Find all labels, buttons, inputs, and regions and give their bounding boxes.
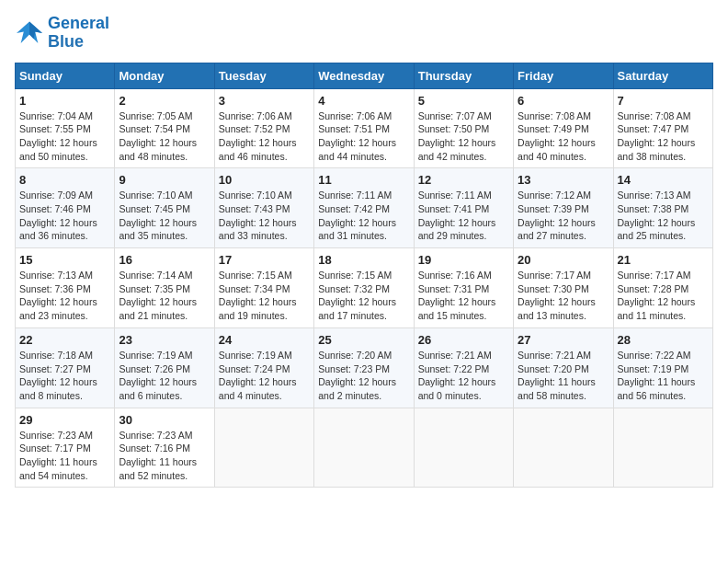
day-number: 1 bbox=[19, 94, 110, 108]
table-row: 5 Sunrise: 7:07 AMSunset: 7:50 PMDayligh… bbox=[414, 88, 513, 168]
day-info: Sunrise: 7:17 AMSunset: 7:30 PMDaylight:… bbox=[518, 270, 596, 321]
table-row: 10 Sunrise: 7:10 AMSunset: 7:43 PMDaylig… bbox=[214, 168, 313, 248]
day-info: Sunrise: 7:10 AMSunset: 7:45 PMDaylight:… bbox=[119, 190, 197, 241]
day-info: Sunrise: 7:14 AMSunset: 7:35 PMDaylight:… bbox=[119, 270, 197, 321]
day-number: 10 bbox=[219, 173, 310, 187]
day-number: 26 bbox=[418, 333, 509, 347]
day-info: Sunrise: 7:09 AMSunset: 7:46 PMDaylight:… bbox=[19, 190, 97, 241]
logo-icon bbox=[15, 20, 44, 46]
day-number: 17 bbox=[219, 253, 310, 267]
day-number: 27 bbox=[518, 333, 609, 347]
table-row: 12 Sunrise: 7:11 AMSunset: 7:41 PMDaylig… bbox=[414, 168, 513, 248]
table-row: 4 Sunrise: 7:06 AMSunset: 7:51 PMDayligh… bbox=[314, 88, 414, 168]
day-info: Sunrise: 7:06 AMSunset: 7:51 PMDaylight:… bbox=[318, 110, 396, 162]
day-number: 22 bbox=[19, 333, 110, 347]
col-tuesday: Tuesday bbox=[214, 63, 313, 88]
table-row: 9 Sunrise: 7:10 AMSunset: 7:45 PMDayligh… bbox=[115, 168, 214, 248]
calendar-body: 1 Sunrise: 7:04 AMSunset: 7:55 PMDayligh… bbox=[16, 88, 713, 488]
day-info: Sunrise: 7:16 AMSunset: 7:31 PMDaylight:… bbox=[418, 270, 496, 321]
day-number: 6 bbox=[518, 94, 609, 108]
col-saturday: Saturday bbox=[613, 63, 712, 88]
table-row: 26 Sunrise: 7:21 AMSunset: 7:22 PMDaylig… bbox=[414, 327, 513, 408]
day-number: 14 bbox=[618, 173, 709, 187]
table-row: 8 Sunrise: 7:09 AMSunset: 7:46 PMDayligh… bbox=[16, 168, 115, 248]
day-number: 20 bbox=[518, 253, 609, 267]
col-thursday: Thursday bbox=[414, 63, 513, 88]
day-info: Sunrise: 7:15 AMSunset: 7:34 PMDaylight:… bbox=[219, 270, 297, 321]
logo: General Blue bbox=[15, 15, 109, 52]
table-row: 30 Sunrise: 7:23 AMSunset: 7:16 PMDaylig… bbox=[115, 408, 214, 488]
day-info: Sunrise: 7:10 AMSunset: 7:43 PMDaylight:… bbox=[219, 190, 297, 241]
day-info: Sunrise: 7:08 AMSunset: 7:47 PMDaylight:… bbox=[618, 110, 696, 162]
table-row: 2 Sunrise: 7:05 AMSunset: 7:54 PMDayligh… bbox=[115, 88, 214, 168]
day-info: Sunrise: 7:22 AMSunset: 7:19 PMDaylight:… bbox=[618, 350, 696, 401]
table-row: 27 Sunrise: 7:21 AMSunset: 7:20 PMDaylig… bbox=[514, 327, 613, 408]
day-number: 4 bbox=[318, 94, 409, 108]
table-row: 7 Sunrise: 7:08 AMSunset: 7:47 PMDayligh… bbox=[613, 88, 712, 168]
day-info: Sunrise: 7:20 AMSunset: 7:23 PMDaylight:… bbox=[318, 350, 396, 401]
day-info: Sunrise: 7:23 AMSunset: 7:16 PMDaylight:… bbox=[119, 430, 197, 481]
day-number: 13 bbox=[518, 173, 609, 187]
table-row: 16 Sunrise: 7:14 AMSunset: 7:35 PMDaylig… bbox=[115, 248, 214, 328]
day-number: 2 bbox=[119, 94, 210, 108]
day-number: 23 bbox=[119, 333, 210, 347]
calendar-row: 8 Sunrise: 7:09 AMSunset: 7:46 PMDayligh… bbox=[16, 168, 713, 248]
table-row: 18 Sunrise: 7:15 AMSunset: 7:32 PMDaylig… bbox=[314, 248, 414, 328]
day-info: Sunrise: 7:18 AMSunset: 7:27 PMDaylight:… bbox=[19, 350, 97, 401]
table-row: 3 Sunrise: 7:06 AMSunset: 7:52 PMDayligh… bbox=[214, 88, 313, 168]
day-info: Sunrise: 7:11 AMSunset: 7:42 PMDaylight:… bbox=[318, 190, 396, 241]
day-number: 15 bbox=[19, 253, 110, 267]
table-row: 11 Sunrise: 7:11 AMSunset: 7:42 PMDaylig… bbox=[314, 168, 414, 248]
table-row: 13 Sunrise: 7:12 AMSunset: 7:39 PMDaylig… bbox=[514, 168, 613, 248]
table-row: 22 Sunrise: 7:18 AMSunset: 7:27 PMDaylig… bbox=[16, 327, 115, 408]
day-info: Sunrise: 7:19 AMSunset: 7:26 PMDaylight:… bbox=[119, 350, 197, 401]
table-row: 20 Sunrise: 7:17 AMSunset: 7:30 PMDaylig… bbox=[514, 248, 613, 328]
col-sunday: Sunday bbox=[16, 63, 115, 88]
day-info: Sunrise: 7:13 AMSunset: 7:38 PMDaylight:… bbox=[618, 190, 696, 241]
table-row: 24 Sunrise: 7:19 AMSunset: 7:24 PMDaylig… bbox=[214, 327, 313, 408]
table-row bbox=[514, 408, 613, 488]
day-info: Sunrise: 7:11 AMSunset: 7:41 PMDaylight:… bbox=[418, 190, 496, 241]
day-info: Sunrise: 7:08 AMSunset: 7:49 PMDaylight:… bbox=[518, 110, 596, 162]
day-number: 12 bbox=[418, 173, 509, 187]
day-number: 25 bbox=[318, 333, 409, 347]
day-info: Sunrise: 7:05 AMSunset: 7:54 PMDaylight:… bbox=[119, 110, 197, 162]
day-info: Sunrise: 7:19 AMSunset: 7:24 PMDaylight:… bbox=[219, 350, 297, 401]
table-row: 19 Sunrise: 7:16 AMSunset: 7:31 PMDaylig… bbox=[414, 248, 513, 328]
col-friday: Friday bbox=[514, 63, 613, 88]
day-info: Sunrise: 7:21 AMSunset: 7:22 PMDaylight:… bbox=[418, 350, 496, 401]
table-row bbox=[314, 408, 414, 488]
logo-text: General Blue bbox=[48, 15, 109, 52]
day-number: 30 bbox=[119, 413, 210, 427]
day-info: Sunrise: 7:07 AMSunset: 7:50 PMDaylight:… bbox=[418, 110, 496, 162]
calendar-row: 22 Sunrise: 7:18 AMSunset: 7:27 PMDaylig… bbox=[16, 327, 713, 408]
col-wednesday: Wednesday bbox=[314, 63, 414, 88]
table-row: 14 Sunrise: 7:13 AMSunset: 7:38 PMDaylig… bbox=[613, 168, 712, 248]
day-number: 18 bbox=[318, 253, 409, 267]
day-info: Sunrise: 7:04 AMSunset: 7:55 PMDaylight:… bbox=[19, 110, 97, 162]
day-number: 28 bbox=[618, 333, 709, 347]
day-number: 5 bbox=[418, 94, 509, 108]
day-info: Sunrise: 7:12 AMSunset: 7:39 PMDaylight:… bbox=[518, 190, 596, 241]
table-row: 6 Sunrise: 7:08 AMSunset: 7:49 PMDayligh… bbox=[514, 88, 613, 168]
table-row: 15 Sunrise: 7:13 AMSunset: 7:36 PMDaylig… bbox=[16, 248, 115, 328]
day-info: Sunrise: 7:23 AMSunset: 7:17 PMDaylight:… bbox=[19, 430, 97, 481]
calendar-row: 15 Sunrise: 7:13 AMSunset: 7:36 PMDaylig… bbox=[16, 248, 713, 328]
table-row: 25 Sunrise: 7:20 AMSunset: 7:23 PMDaylig… bbox=[314, 327, 414, 408]
day-info: Sunrise: 7:06 AMSunset: 7:52 PMDaylight:… bbox=[219, 110, 297, 162]
day-number: 8 bbox=[19, 173, 110, 187]
table-row bbox=[414, 408, 513, 488]
calendar-row: 29 Sunrise: 7:23 AMSunset: 7:17 PMDaylig… bbox=[16, 408, 713, 488]
table-row bbox=[214, 408, 313, 488]
table-row: 28 Sunrise: 7:22 AMSunset: 7:19 PMDaylig… bbox=[613, 327, 712, 408]
day-number: 19 bbox=[418, 253, 509, 267]
day-number: 9 bbox=[119, 173, 210, 187]
day-number: 29 bbox=[19, 413, 110, 427]
table-row bbox=[613, 408, 712, 488]
day-number: 7 bbox=[618, 94, 709, 108]
table-row: 1 Sunrise: 7:04 AMSunset: 7:55 PMDayligh… bbox=[16, 88, 115, 168]
day-number: 24 bbox=[219, 333, 310, 347]
day-number: 3 bbox=[219, 94, 310, 108]
col-monday: Monday bbox=[115, 63, 214, 88]
calendar-table: Sunday Monday Tuesday Wednesday Thursday… bbox=[15, 63, 713, 488]
